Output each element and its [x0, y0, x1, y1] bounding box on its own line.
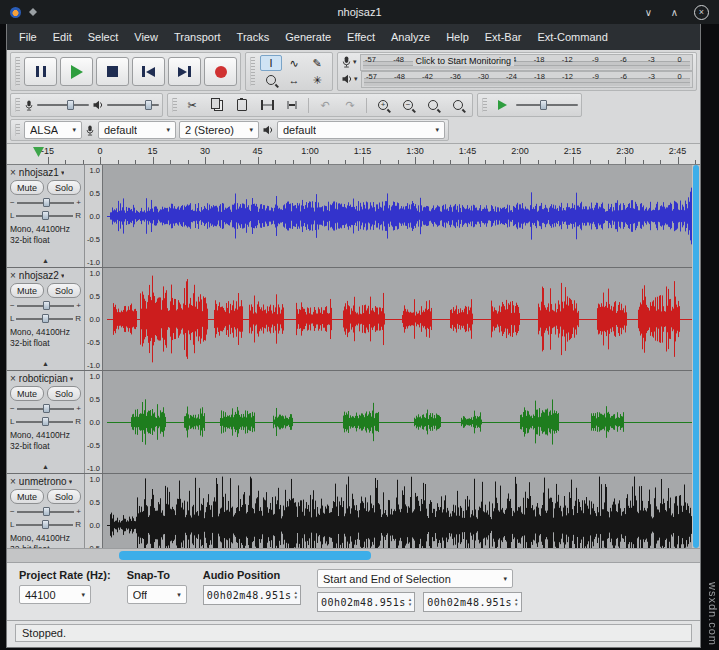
collapse-button[interactable]: ▲	[10, 256, 81, 265]
spinner-icon[interactable]: ▴▾	[409, 597, 412, 607]
stop-button[interactable]	[96, 57, 129, 86]
toolbar-grip[interactable]	[250, 57, 255, 86]
menu-ext-bar[interactable]: Ext-Bar	[477, 28, 530, 46]
waveform-area[interactable]	[103, 474, 700, 548]
titlebar[interactable]: nhojsaz1 ∨ ∧ ×	[0, 0, 719, 24]
slider-thumb[interactable]	[67, 100, 74, 110]
track-name-menu[interactable]: roboticpian▾	[19, 373, 73, 384]
waveform-area[interactable]	[103, 371, 700, 473]
play-speed-slider[interactable]	[516, 99, 578, 111]
pan-slider[interactable]	[16, 313, 73, 324]
recording-device-select[interactable]: default▾	[98, 121, 176, 139]
copy-button[interactable]	[206, 95, 228, 115]
waveform-area[interactable]	[103, 268, 700, 370]
zoom-in-button[interactable]: +	[372, 95, 394, 115]
waveform-canvas[interactable]	[107, 166, 697, 266]
selection-tool-button[interactable]: I	[260, 55, 282, 71]
menu-tracks[interactable]: Tracks	[229, 28, 278, 46]
maximize-button[interactable]: ∧	[668, 5, 681, 19]
selection-mode-select[interactable]: Start and End of Selection▾	[317, 569, 513, 588]
track-close-icon[interactable]: ×	[10, 476, 16, 487]
draw-tool-button[interactable]: ✎	[306, 55, 328, 71]
menu-file[interactable]: File	[11, 28, 45, 46]
track-close-icon[interactable]: ×	[10, 373, 16, 384]
toolbar-grip[interactable]	[15, 124, 20, 136]
vertical-scrollbar-thumb[interactable]	[693, 165, 699, 548]
record-meter[interactable]: -57-48-42-36-30-24-18-12-9-6-30Click to …	[360, 54, 693, 71]
slider-thumb[interactable]	[42, 211, 49, 220]
menu-transport[interactable]: Transport	[166, 28, 229, 46]
fit-selection-button[interactable]	[422, 95, 444, 115]
mute-button[interactable]: Mute	[10, 283, 44, 298]
solo-button[interactable]: Solo	[47, 180, 81, 195]
selection-end-field[interactable]: 00h02m48.951s ▴▾	[423, 592, 521, 612]
waveform-canvas[interactable]	[107, 372, 697, 472]
skip-to-start-button[interactable]	[132, 57, 165, 86]
redo-button[interactable]: ↷	[339, 95, 361, 115]
recording-channels-select[interactable]: 2 (Stereo)▾	[179, 121, 259, 139]
collapse-button[interactable]: ▲	[10, 462, 81, 471]
menu-view[interactable]: View	[126, 28, 166, 46]
record-meter-dropdown[interactable]: ▾	[341, 55, 357, 69]
audio-host-select[interactable]: ALSA▾	[24, 121, 82, 139]
selection-start-field[interactable]: 00h02m48.951s ▴▾	[317, 592, 415, 612]
track-name-menu[interactable]: unmetrono▾	[19, 476, 72, 487]
pan-slider[interactable]	[16, 416, 73, 427]
toolbar-grip[interactable]	[15, 57, 20, 86]
pan-slider[interactable]	[16, 210, 73, 221]
pause-button[interactable]	[24, 57, 57, 86]
menu-select[interactable]: Select	[80, 28, 127, 46]
menu-generate[interactable]: Generate	[277, 28, 339, 46]
fit-project-button[interactable]	[447, 95, 469, 115]
zoom-out-button[interactable]: −	[397, 95, 419, 115]
monitoring-text[interactable]: Click to Start Monitoring	[413, 56, 515, 66]
menu-analyze[interactable]: Analyze	[383, 28, 438, 46]
track-close-icon[interactable]: ×	[10, 167, 16, 178]
spinner-icon[interactable]: ▴▾	[515, 597, 518, 607]
slider-thumb[interactable]	[42, 417, 49, 426]
play-meter-dropdown[interactable]: ▾	[341, 73, 358, 85]
gain-slider[interactable]	[17, 403, 75, 414]
track-name-menu[interactable]: nhojsaz1▾	[19, 167, 65, 178]
project-rate-select[interactable]: 44100▾	[19, 585, 91, 604]
menu-ext-command[interactable]: Ext-Command	[529, 28, 615, 46]
play-at-speed-button[interactable]	[491, 95, 513, 115]
play-button[interactable]	[60, 57, 93, 86]
slider-thumb[interactable]	[43, 198, 50, 207]
solo-button[interactable]: Solo	[47, 489, 81, 504]
multi-tool-button[interactable]: ✳	[306, 72, 328, 88]
toolbar-grip[interactable]	[15, 98, 20, 112]
menu-help[interactable]: Help	[438, 28, 477, 46]
horizontal-scrollbar-thumb[interactable]	[119, 551, 371, 560]
menu-edit[interactable]: Edit	[45, 28, 80, 46]
slider-thumb[interactable]	[42, 520, 49, 529]
mute-button[interactable]: Mute	[10, 489, 44, 504]
play-meter[interactable]: -57-48-42-36-30-24-18-12-9-6-30	[361, 71, 693, 88]
pan-slider[interactable]	[16, 519, 73, 530]
toolbar-grip[interactable]	[172, 98, 177, 112]
timeline-ruler[interactable]: -1501530451:001:151:301:452:002:152:302:…	[7, 143, 700, 165]
mute-button[interactable]: Mute	[10, 180, 44, 195]
horizontal-scrollbar[interactable]	[7, 548, 700, 562]
audio-position-field[interactable]: 00h02m48.951s ▴▾	[203, 585, 301, 605]
track-close-icon[interactable]: ×	[10, 270, 16, 281]
waveform-canvas[interactable]	[107, 475, 697, 548]
gain-slider[interactable]	[17, 197, 75, 208]
playback-device-select[interactable]: default▾	[277, 121, 445, 139]
toolbar-grip[interactable]	[482, 98, 487, 112]
slider-thumb[interactable]	[43, 301, 50, 310]
zoom-tool-button[interactable]	[260, 72, 282, 88]
timeshift-tool-button[interactable]: ↔	[283, 72, 305, 88]
solo-button[interactable]: Solo	[47, 283, 81, 298]
collapse-button[interactable]: ▲	[10, 359, 81, 368]
vertical-scrollbar[interactable]	[692, 165, 700, 548]
close-button[interactable]: ×	[694, 5, 709, 20]
paste-button[interactable]	[231, 95, 253, 115]
cut-button[interactable]: ✂	[181, 95, 203, 115]
menu-effect[interactable]: Effect	[339, 28, 383, 46]
spinner-icon[interactable]: ▴▾	[294, 590, 297, 600]
undo-button[interactable]: ↶	[314, 95, 336, 115]
track-name-menu[interactable]: nhojsaz2▾	[19, 270, 65, 281]
gain-slider[interactable]	[17, 506, 75, 517]
slider-thumb[interactable]	[43, 404, 50, 413]
